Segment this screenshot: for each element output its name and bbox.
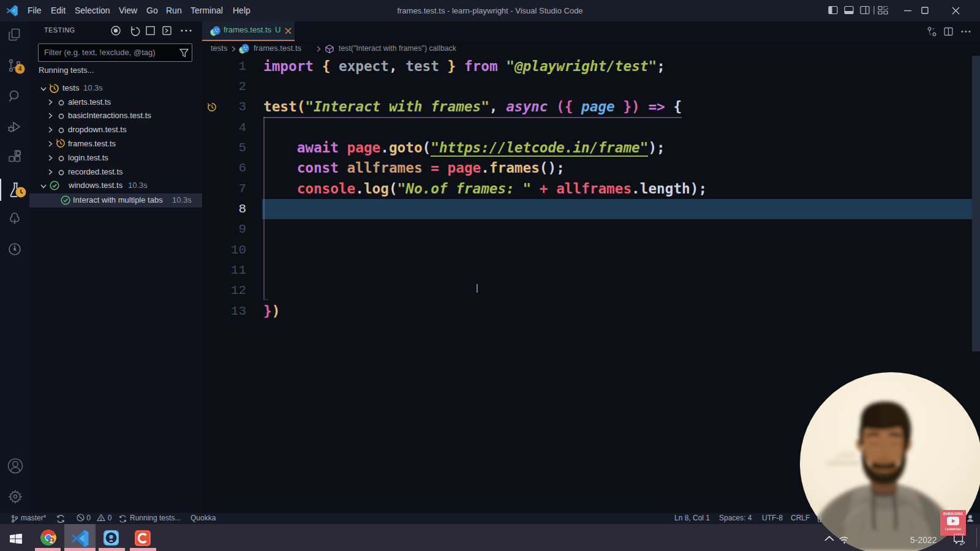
- svg-text:4: 4: [18, 66, 22, 72]
